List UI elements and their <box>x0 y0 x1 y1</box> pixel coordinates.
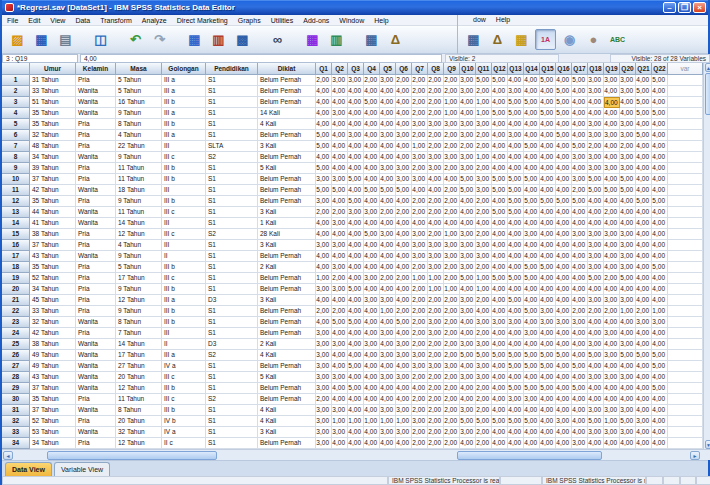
data-cell[interactable]: 4,00 <box>572 284 588 295</box>
data-cell[interactable]: 5,00 <box>572 361 588 372</box>
data-cell[interactable]: 5,00 <box>556 196 572 207</box>
data-cell[interactable]: 4,00 <box>508 339 524 350</box>
data-cell[interactable]: 1,00 <box>476 97 492 108</box>
data-cell[interactable]: 4,00 <box>604 251 620 262</box>
data-cell[interactable]: 4,00 <box>492 306 508 317</box>
data-cell[interactable]: 3,00 <box>428 317 444 328</box>
data-cell[interactable]: 3,00 <box>460 306 476 317</box>
data-cell[interactable]: 3 Kali <box>258 207 316 218</box>
data-cell[interactable]: 4,00 <box>364 240 380 251</box>
data-cell[interactable]: 4,00 <box>364 394 380 405</box>
data-cell[interactable]: Belum Pernah <box>258 383 316 394</box>
column-header-q15[interactable]: Q15 <box>540 63 556 75</box>
data-cell[interactable]: 4,00 <box>316 97 332 108</box>
data-cell[interactable]: III b <box>162 174 206 185</box>
column-header-q2[interactable]: Q2 <box>332 63 348 75</box>
data-cell[interactable]: 3,00 <box>316 339 332 350</box>
data-cell[interactable]: 34 Tahun <box>30 284 76 295</box>
data-cell[interactable]: S1 <box>206 130 258 141</box>
data-cell[interactable]: 4,00 <box>636 240 652 251</box>
data-cell[interactable]: 4,00 <box>348 328 364 339</box>
data-cell[interactable]: 4 Tahun <box>116 130 162 141</box>
data-cell[interactable]: 2,00 <box>412 284 428 295</box>
data-cell[interactable]: 3,00 <box>588 251 604 262</box>
row-number[interactable]: 2 <box>2 86 30 97</box>
data-cell-empty[interactable] <box>668 405 703 416</box>
data-cell[interactable]: 5,00 <box>636 97 652 108</box>
row-number[interactable]: 33 <box>2 427 30 438</box>
data-cell[interactable]: 4,00 <box>380 339 396 350</box>
data-cell[interactable]: 2,00 <box>476 207 492 218</box>
data-cell[interactable]: 4,00 <box>348 97 364 108</box>
data-cell[interactable]: 4,00 <box>492 152 508 163</box>
data-cell[interactable]: 4,00 <box>380 174 396 185</box>
weight-cases-icon[interactable]: Δ <box>487 29 508 50</box>
data-cell[interactable]: 37 Tahun <box>30 174 76 185</box>
data-cell[interactable]: 4,00 <box>396 240 412 251</box>
data-cell[interactable]: 5,00 <box>540 262 556 273</box>
data-cell[interactable]: 2,00 <box>444 328 460 339</box>
data-cell[interactable]: 5,00 <box>652 196 668 207</box>
data-cell[interactable]: 4,00 <box>364 328 380 339</box>
data-cell[interactable]: 27 Tahun <box>116 361 162 372</box>
data-cell[interactable]: 3,00 <box>316 196 332 207</box>
data-cell[interactable]: 2,00 <box>332 306 348 317</box>
data-cell[interactable]: 3,00 <box>380 75 396 86</box>
data-cell[interactable]: 4,00 <box>508 218 524 229</box>
data-cell[interactable]: Belum Pernah <box>258 251 316 262</box>
data-cell[interactable]: 5,00 <box>492 185 508 196</box>
title-bar[interactable]: *Regresi.sav [DataSet1] - IBM SPSS Stati… <box>2 0 708 15</box>
data-cell[interactable]: 4,00 <box>604 361 620 372</box>
data-cell[interactable]: 4,00 <box>364 361 380 372</box>
data-cell[interactable]: 4,00 <box>380 108 396 119</box>
data-cell[interactable]: 3,00 <box>316 416 332 427</box>
data-cell[interactable]: 5,00 <box>572 141 588 152</box>
data-cell[interactable]: 4,00 <box>348 339 364 350</box>
scroll-right-arrow-icon[interactable]: ► <box>690 451 700 460</box>
data-cell[interactable]: 4,00 <box>380 152 396 163</box>
row-number[interactable]: 28 <box>2 372 30 383</box>
data-cell[interactable]: 51 Tahun <box>30 97 76 108</box>
data-cell[interactable]: 4,00 <box>508 75 524 86</box>
data-cell[interactable]: III c <box>162 152 206 163</box>
data-cell[interactable]: 4,00 <box>380 383 396 394</box>
data-cell[interactable]: 4,00 <box>636 75 652 86</box>
data-cell[interactable]: Belum Pernah <box>258 306 316 317</box>
column-header-kelamin[interactable]: Kelamin <box>76 63 116 75</box>
data-cell[interactable]: 3,00 <box>476 240 492 251</box>
column-header-q8[interactable]: Q8 <box>428 63 444 75</box>
data-cell[interactable]: 4,00 <box>364 108 380 119</box>
data-cell[interactable]: 2,00 <box>444 427 460 438</box>
data-cell[interactable]: 34 Tahun <box>30 152 76 163</box>
data-cell[interactable]: 2,00 <box>572 306 588 317</box>
data-cell[interactable]: 3 Kali <box>258 295 316 306</box>
data-cell[interactable]: 3,00 <box>460 405 476 416</box>
data-cell[interactable]: 5,00 <box>348 361 364 372</box>
data-cell[interactable]: Wanita <box>76 372 116 383</box>
data-cell[interactable]: 4,00 <box>396 141 412 152</box>
data-cell[interactable]: 3,00 <box>428 119 444 130</box>
data-cell[interactable]: 4,00 <box>412 383 428 394</box>
data-cell[interactable]: 3,00 <box>524 328 540 339</box>
data-cell[interactable]: 4,00 <box>540 427 556 438</box>
data-cell[interactable]: 2,00 <box>428 350 444 361</box>
data-cell[interactable]: 4,00 <box>652 339 668 350</box>
tab-variable-view[interactable]: Variable View <box>54 462 110 476</box>
data-cell[interactable]: 4 Kali <box>258 119 316 130</box>
data-cell[interactable]: 4,00 <box>524 218 540 229</box>
data-cell[interactable]: 2,00 <box>316 306 332 317</box>
data-cell[interactable]: 5,00 <box>620 185 636 196</box>
data-cell[interactable]: 2,00 <box>316 75 332 86</box>
data-cell[interactable]: 5,00 <box>524 350 540 361</box>
data-cell[interactable]: 3,00 <box>380 295 396 306</box>
data-cell[interactable]: 4,00 <box>316 108 332 119</box>
find-icon[interactable]: ∞ <box>267 29 288 50</box>
row-number[interactable]: 4 <box>2 108 30 119</box>
data-cell[interactable]: 4,00 <box>540 207 556 218</box>
data-cell[interactable]: 4,00 <box>556 361 572 372</box>
data-cell[interactable]: 5,00 <box>348 284 364 295</box>
data-cell[interactable]: 4,00 <box>588 284 604 295</box>
data-cell[interactable]: 4,00 <box>556 273 572 284</box>
data-cell[interactable]: 4,00 <box>588 438 604 449</box>
data-cell[interactable]: III a <box>162 130 206 141</box>
